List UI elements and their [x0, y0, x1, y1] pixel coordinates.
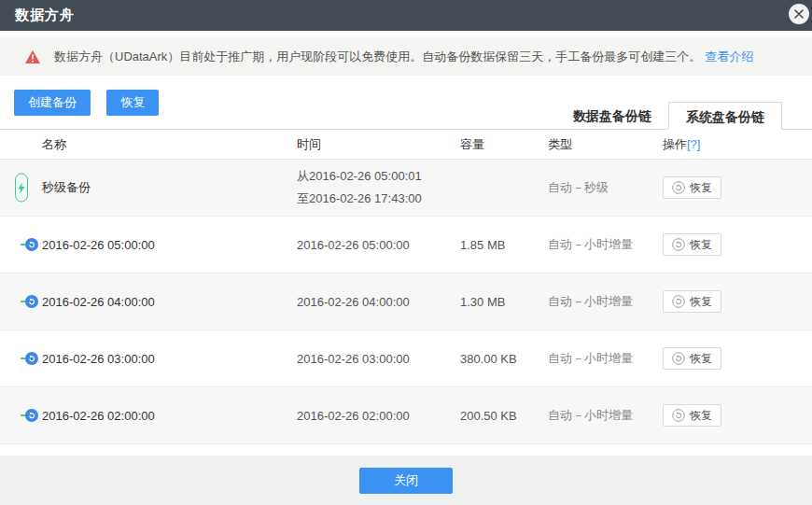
backup-type: 自动－小时增量: [548, 350, 663, 367]
backup-point-icon: [25, 238, 38, 251]
backup-name: 2016-02-26 02:00:00: [0, 409, 297, 423]
table-header: 名称 时间 容量 类型 操作[?]: [0, 130, 812, 160]
table-row: 秒级备份 从2016-02-26 05:00:01 至2016-02-26 17…: [0, 160, 812, 217]
warning-icon: [24, 49, 41, 64]
backup-time-range: 从2016-02-26 05:00:01 至2016-02-26 17:43:0…: [297, 165, 460, 210]
table-row: 2016-02-26 04:00:00 2016-02-26 04:00:00 …: [0, 274, 812, 330]
backup-name: 2016-02-26 03:00:00: [0, 352, 297, 366]
action-help-icon[interactable]: [?]: [687, 137, 700, 151]
row-restore-button[interactable]: 恢复: [663, 404, 721, 427]
backup-capacity: 200.50 KB: [460, 409, 548, 423]
column-header-time: 时间: [297, 136, 460, 153]
backup-name: 秒级备份: [0, 179, 297, 196]
backup-name: 2016-02-26 04:00:00: [0, 295, 297, 309]
notice-wrap: 数据方舟（UDataArk）目前处于推广期，用户现阶段可以免费使用。自动备份数据…: [0, 31, 812, 76]
backup-time: 2016-02-26 02:00:00: [297, 409, 460, 423]
close-icon[interactable]: [789, 4, 809, 24]
column-header-capacity: 容量: [460, 136, 548, 153]
column-header-name: 名称: [0, 136, 297, 153]
restore-icon: [672, 352, 685, 365]
row-restore-button[interactable]: 恢复: [663, 347, 721, 370]
create-backup-button[interactable]: 创建备份: [14, 90, 91, 116]
modal-header: 数据方舟: [0, 0, 812, 31]
notice-text: 数据方舟（UDataArk）目前处于推广期，用户现阶段可以免费使用。自动备份数据…: [54, 49, 701, 65]
row-restore-button[interactable]: 恢复: [663, 233, 721, 256]
backup-point-icon: [25, 352, 38, 365]
table-row: 2016-02-26 02:00:00 2016-02-26 02:00:00 …: [0, 387, 812, 444]
table-tail-spacer: [0, 444, 812, 456]
backup-type: 自动－小时增量: [548, 236, 663, 253]
backup-name: 2016-02-26 05:00:00: [0, 238, 297, 252]
row-restore-button[interactable]: 恢复: [663, 290, 721, 313]
restore-icon: [672, 409, 685, 422]
udataark-modal: 数据方舟 数据方舟（UDataArk）目前处于推广期，用户现阶段可以免费使用。自…: [0, 0, 812, 505]
column-header-action: 操作[?]: [663, 136, 812, 153]
notice-intro-link[interactable]: 查看介绍: [705, 49, 753, 65]
backup-type: 自动－秒级: [548, 179, 663, 196]
restore-icon: [672, 238, 685, 251]
tab-bar: 数据盘备份链 系统盘备份链: [556, 102, 782, 130]
restore-icon: [672, 295, 685, 308]
backup-time: 2016-02-26 04:00:00: [297, 295, 460, 309]
column-header-type: 类型: [548, 136, 663, 153]
backup-time: 2016-02-26 03:00:00: [297, 352, 460, 366]
tab-system-disk-chain[interactable]: 系统盘备份链: [668, 102, 782, 130]
backup-type: 自动－小时增量: [548, 407, 663, 424]
table-row: 2016-02-26 05:00:00 2016-02-26 05:00:00 …: [0, 217, 812, 274]
toolbar: 创建备份 恢复 数据盘备份链 系统盘备份链: [0, 76, 812, 130]
backup-time: 2016-02-26 05:00:00: [297, 238, 460, 252]
backup-point-icon: [25, 295, 38, 308]
lightning-icon: [15, 174, 28, 203]
restore-button[interactable]: 恢复: [106, 90, 159, 116]
row-restore-button[interactable]: 恢复: [663, 176, 721, 199]
table-body: 秒级备份 从2016-02-26 05:00:01 至2016-02-26 17…: [0, 160, 812, 456]
restore-icon: [672, 181, 685, 194]
notice-bar: 数据方舟（UDataArk）目前处于推广期，用户现阶段可以免费使用。自动备份数据…: [0, 37, 812, 76]
modal-footer: 关闭: [0, 456, 812, 505]
backup-type: 自动－小时增量: [548, 293, 663, 310]
backup-point-icon: [25, 409, 38, 422]
tab-data-disk-chain[interactable]: 数据盘备份链: [556, 102, 668, 130]
backup-capacity: 1.85 MB: [460, 238, 548, 252]
backup-capacity: 380.00 KB: [460, 352, 548, 366]
table-row: 2016-02-26 03:00:00 2016-02-26 03:00:00 …: [0, 330, 812, 387]
page-title: 数据方舟: [15, 7, 75, 24]
backup-capacity: 1.30 MB: [460, 295, 548, 309]
close-button[interactable]: 关闭: [359, 468, 453, 494]
